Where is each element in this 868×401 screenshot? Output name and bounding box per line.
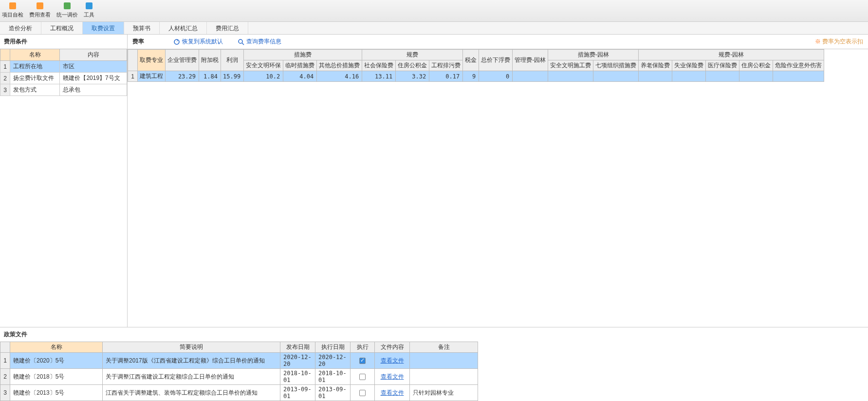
tab-5[interactable]: 费用汇总 <box>207 22 248 34</box>
view-file-link[interactable]: 查看文件 <box>381 357 404 364</box>
tab-2[interactable]: 取费设置 <box>83 22 124 34</box>
view-file-link[interactable]: 查看文件 <box>381 389 404 396</box>
svg-point-4 <box>174 39 179 44</box>
cond-row[interactable]: 3发包方式总承包 <box>0 84 127 96</box>
rate-note: 费率为空表示扣 <box>815 38 863 46</box>
exec-checkbox[interactable] <box>359 358 366 364</box>
cond-row[interactable]: 2扬尘费计取文件赣建价【2019】7号文 <box>0 73 127 84</box>
policy-docs-title: 政策文件 <box>0 327 868 342</box>
cond-row[interactable]: 1工程所在地市区 <box>0 61 127 73</box>
svg-rect-1 <box>37 2 43 9</box>
cost-view-icon <box>35 1 45 11</box>
toolbar-self-check[interactable]: 项目自检 <box>2 1 23 18</box>
toolbar-cost-view[interactable]: 费用查看 <box>29 1 51 18</box>
exec-checkbox[interactable] <box>359 374 366 380</box>
cond-header-name: 名称 <box>10 49 60 61</box>
doc-row[interactable]: 2 赣建价〔2018〕5号 关于调整江西省建设工程定额综合工日单价的通知 201… <box>0 369 478 385</box>
tab-4[interactable]: 人材机汇总 <box>160 22 207 34</box>
cond-header-content: 内容 <box>60 49 127 61</box>
svg-rect-2 <box>64 2 71 9</box>
toolbar-tools[interactable]: 工具 <box>84 1 94 18</box>
tab-0[interactable]: 造价分析 <box>0 22 41 34</box>
toolbar-uniform-adjust[interactable]: 统一调价 <box>56 1 78 18</box>
doc-row[interactable]: 3 赣建价〔2013〕5号 江西省关于调整建筑、装饰等工程定额综合工日单价的通知… <box>0 385 478 401</box>
svg-rect-3 <box>86 2 92 9</box>
policy-docs-table: 名称 简要说明 发布日期 执行日期 执行 文件内容 备注 1 赣建价〔2020〕… <box>0 342 478 401</box>
exec-checkbox[interactable] <box>359 390 366 396</box>
uniform-adjust-icon <box>62 1 72 11</box>
view-file-link[interactable]: 查看文件 <box>381 373 404 380</box>
rate-table: 取费专业 企业管理费 附加税 利润 措施费 规费 税金 总价下浮费 管理费-园林… <box>128 49 824 82</box>
svg-rect-0 <box>9 2 16 9</box>
query-rate-button[interactable]: 查询费率信息 <box>238 38 281 46</box>
main-tabs: 造价分析工程概况取费设置预算书人材机汇总费用汇总 <box>0 22 868 35</box>
tab-3[interactable]: 预算书 <box>124 22 160 34</box>
main-toolbar: 项目自检费用查看统一调价工具 <box>0 0 868 22</box>
tab-1[interactable]: 工程概况 <box>41 22 83 34</box>
rate-title: 费率 <box>132 38 144 46</box>
svg-point-5 <box>239 39 242 43</box>
svg-line-6 <box>242 43 244 45</box>
refresh-icon <box>173 38 180 45</box>
self-check-icon <box>8 1 18 11</box>
cost-condition-table: 名称 内容 1工程所在地市区2扬尘费计取文件赣建价【2019】7号文3发包方式总… <box>0 49 127 96</box>
restore-default-button[interactable]: 恢复到系统默认 <box>173 38 223 46</box>
rate-row[interactable]: 1建筑工程23.291.8415.9910.24.044.1613.113.32… <box>128 71 824 82</box>
cost-condition-title: 费用条件 <box>0 35 127 49</box>
search-icon <box>238 38 244 45</box>
doc-row[interactable]: 1 赣建价〔2020〕5号 关于调整2017版《江西省建设工程定额》综合工日单价… <box>0 353 478 369</box>
tools-icon <box>84 1 94 11</box>
